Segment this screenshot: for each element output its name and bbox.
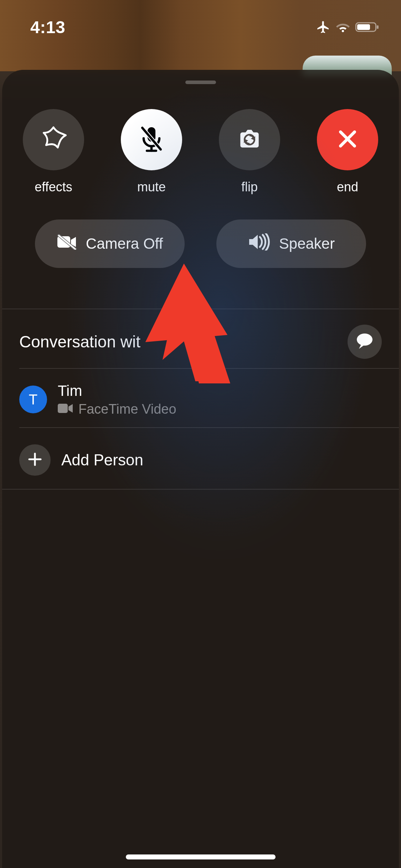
svg-rect-16	[58, 404, 68, 413]
divider	[2, 489, 399, 490]
divider	[19, 368, 399, 369]
camera-flip-icon	[233, 123, 266, 157]
camera-off-button[interactable]: Camera Off	[35, 219, 185, 268]
speaker-label: Speaker	[279, 235, 335, 252]
svg-rect-2	[357, 24, 370, 30]
effects-icon	[38, 124, 69, 156]
status-time: 4:13	[30, 17, 65, 37]
call-controls-sheet: effects mute	[2, 70, 399, 868]
mute-label: mute	[137, 180, 166, 195]
close-icon	[334, 125, 361, 154]
message-icon	[355, 332, 374, 351]
svg-rect-3	[377, 25, 379, 29]
camera-off-label: Camera Off	[86, 235, 163, 252]
divider	[2, 309, 399, 309]
mute-control: mute	[121, 109, 182, 195]
effects-control: effects	[23, 109, 84, 195]
status-bar: 4:13	[0, 13, 401, 41]
plus-icon	[27, 451, 43, 469]
microphone-muted-icon	[135, 123, 168, 157]
participant-status-text: FaceTime Video	[78, 402, 176, 417]
speaker-button[interactable]: Speaker	[216, 219, 366, 268]
add-person-label: Add Person	[61, 451, 143, 469]
conversation-header: Conversation wit	[19, 315, 382, 368]
end-label: end	[337, 180, 358, 195]
sheet-grabber[interactable]	[185, 81, 216, 84]
conversation-title: Conversation wit	[19, 332, 140, 351]
airplane-mode-icon	[316, 20, 330, 34]
mute-button[interactable]	[121, 109, 182, 170]
divider	[19, 427, 399, 428]
end-call-button[interactable]	[317, 109, 378, 170]
svg-point-0	[342, 30, 344, 32]
flip-label: flip	[241, 180, 258, 195]
plus-circle	[19, 444, 51, 476]
wifi-icon	[336, 22, 350, 32]
effects-label: effects	[35, 180, 72, 195]
participant-text: Tim FaceTime Video	[58, 382, 176, 417]
flip-button[interactable]	[219, 109, 280, 170]
effects-button[interactable]	[23, 109, 84, 170]
secondary-controls-row: Camera Off Speaker	[35, 219, 366, 268]
speaker-icon	[248, 233, 271, 254]
flip-control: flip	[219, 109, 280, 195]
status-icons	[316, 20, 380, 34]
camera-off-icon	[57, 234, 77, 253]
primary-controls-row: effects mute	[23, 109, 378, 195]
home-indicator[interactable]	[126, 854, 276, 859]
messages-button[interactable]	[348, 325, 382, 359]
participant-status: FaceTime Video	[58, 402, 176, 417]
participant-name: Tim	[58, 382, 176, 399]
video-icon	[58, 402, 73, 417]
screen: 4:13	[0, 0, 401, 868]
avatar: T	[19, 386, 47, 413]
svg-point-15	[357, 334, 372, 346]
end-control: end	[317, 109, 378, 195]
participant-row[interactable]: T Tim FaceTime Video	[19, 374, 382, 424]
add-person-button[interactable]: Add Person	[19, 433, 382, 487]
battery-icon	[355, 21, 380, 33]
